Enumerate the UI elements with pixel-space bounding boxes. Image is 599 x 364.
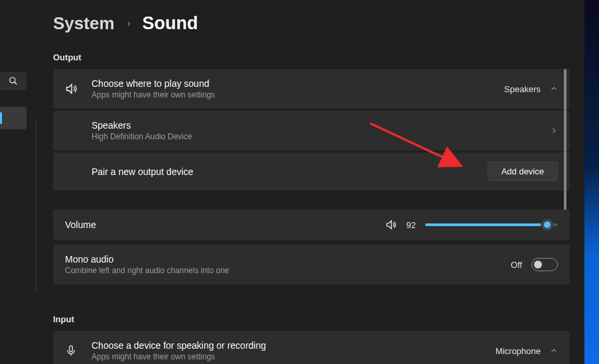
- toggle-knob: [534, 261, 542, 269]
- volume-value: 92: [407, 220, 416, 230]
- add-device-button[interactable]: Add device: [488, 162, 558, 181]
- input-choose-card[interactable]: Choose a device for speaking or recordin…: [53, 331, 570, 364]
- breadcrumb-root[interactable]: System: [53, 13, 115, 34]
- volume-slider[interactable]: [425, 223, 558, 226]
- svg-marker-3: [387, 221, 391, 229]
- input-choose-value: Microphone: [496, 346, 541, 356]
- mono-state: Off: [511, 260, 522, 270]
- svg-point-0: [10, 78, 15, 83]
- output-choose-subtitle: Apps might have their own settings: [92, 90, 504, 99]
- mono-title: Mono audio: [65, 254, 511, 265]
- chevron-up-icon: [550, 85, 558, 93]
- search-icon: [9, 76, 18, 86]
- window-edge: [584, 0, 599, 364]
- svg-rect-4: [70, 346, 73, 352]
- output-device-title: Speakers: [92, 120, 550, 131]
- output-device-card[interactable]: Speakers High Definition Audio Device: [53, 111, 570, 151]
- settings-app: System Sound Output Choose where to play…: [0, 0, 584, 364]
- volume-slider-fill: [425, 223, 547, 226]
- speaker-icon[interactable]: [385, 219, 397, 231]
- chevron-right-icon: [125, 19, 132, 29]
- content-area: System Sound Output Choose where to play…: [53, 13, 570, 364]
- mono-audio-card[interactable]: Mono audio Combine left and right audio …: [53, 245, 570, 284]
- output-pair-card: Pair a new output device Add device: [53, 152, 570, 190]
- mono-toggle[interactable]: [531, 258, 558, 271]
- section-input-label: Input: [53, 314, 570, 324]
- output-choose-card[interactable]: Choose where to play sound Apps might ha…: [53, 69, 570, 109]
- input-choose-subtitle: Apps might have their own settings: [92, 352, 496, 361]
- section-output-label: Output: [53, 52, 570, 62]
- output-choose-title: Choose where to play sound: [92, 78, 504, 89]
- sidebar-search[interactable]: [0, 72, 27, 90]
- content-divider: [36, 122, 36, 292]
- output-pair-title: Pair a new output device: [92, 166, 488, 177]
- output-choose-value: Speakers: [504, 84, 541, 94]
- chevron-right-icon: [550, 127, 558, 135]
- chevron-up-icon: [550, 347, 558, 355]
- svg-line-1: [15, 82, 17, 85]
- output-device-subtitle: High Definition Audio Device: [92, 132, 550, 141]
- volume-label: Volume: [65, 219, 376, 230]
- output-group: Choose where to play sound Apps might ha…: [53, 69, 570, 192]
- speaker-icon: [65, 82, 78, 95]
- mono-subtitle: Combine left and right audio channels in…: [65, 266, 511, 275]
- microphone-icon: [65, 345, 77, 357]
- breadcrumb: System Sound: [53, 13, 570, 34]
- sidebar-item-system[interactable]: [0, 107, 27, 129]
- svg-marker-2: [67, 84, 72, 93]
- input-choose-title: Choose a device for speaking or recordin…: [92, 340, 496, 351]
- volume-slider-thumb[interactable]: [541, 219, 553, 231]
- page-title: Sound: [143, 13, 198, 34]
- volume-card: Volume 92: [53, 210, 570, 240]
